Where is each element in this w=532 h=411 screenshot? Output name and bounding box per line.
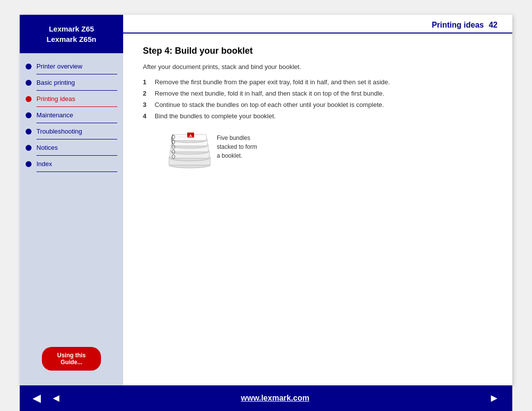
step-1-num: 1 bbox=[143, 78, 151, 86]
sidebar-item-troubleshooting[interactable]: Troubleshooting bbox=[20, 123, 123, 137]
using-guide-button[interactable]: Using thisGuide... bbox=[42, 347, 101, 371]
next-arrow-button[interactable]: ► bbox=[486, 392, 502, 405]
nav-dot bbox=[26, 161, 32, 167]
sidebar-item-notices[interactable]: Notices bbox=[20, 139, 123, 153]
page-frame: Lexmark Z65 Lexmark Z65n Printer overvie… bbox=[0, 0, 532, 411]
nav-underline bbox=[36, 171, 117, 172]
sidebar-nav: Printer overview Basic printing Printing… bbox=[20, 53, 123, 337]
nav-label-maintenance: Maintenance bbox=[36, 111, 73, 119]
step-4: 4 Bind the bundles to complete your book… bbox=[143, 112, 493, 120]
step-3-num: 3 bbox=[143, 101, 151, 108]
nav-dot-active bbox=[26, 96, 32, 102]
nav-arrows-right: ► bbox=[486, 392, 502, 405]
main-header: Printing ideas 42 bbox=[123, 15, 512, 34]
step-3-text: Continue to stack the bundles on top of … bbox=[155, 101, 384, 108]
nav-label-printer-overview: Printer overview bbox=[36, 63, 82, 70]
nav-label-printing-ideas: Printing ideas bbox=[36, 95, 75, 103]
nav-dot bbox=[26, 129, 32, 135]
nav-dot bbox=[26, 80, 32, 86]
nav-label-notices: Notices bbox=[36, 144, 58, 151]
nav-dot bbox=[26, 64, 32, 69]
prev-arrow-button[interactable]: ◀ bbox=[30, 392, 44, 405]
sidebar-item-printing-ideas[interactable]: Printing ideas bbox=[20, 91, 123, 104]
nav-dot bbox=[26, 112, 32, 118]
website-url[interactable]: www.lexmark.com bbox=[241, 394, 309, 403]
step-2-num: 2 bbox=[143, 90, 151, 97]
step-title: Step 4: Build your booklet bbox=[143, 46, 493, 56]
booklet-illustration: A bbox=[163, 130, 217, 169]
step-1-text: Remove the first bundle from the paper e… bbox=[155, 78, 390, 86]
nav-dot bbox=[26, 145, 32, 151]
sidebar-title-line1: Lexmark Z65 bbox=[25, 24, 118, 34]
step-4-text: Bind the bundles to complete your bookle… bbox=[155, 112, 276, 120]
sidebar-title-line2: Lexmark Z65n bbox=[25, 34, 118, 44]
sidebar-item-basic-printing[interactable]: Basic printing bbox=[20, 74, 123, 88]
sidebar-header: Lexmark Z65 Lexmark Z65n bbox=[20, 15, 123, 53]
sidebar-item-maintenance[interactable]: Maintenance bbox=[20, 107, 123, 121]
bottom-bar: ◀ ◄ www.lexmark.com ► bbox=[20, 385, 512, 411]
back-arrow-button[interactable]: ◄ bbox=[48, 392, 65, 405]
illustration-area: A Five bundlesstacked to forma booklet. bbox=[163, 130, 493, 169]
page-number: 42 bbox=[489, 21, 498, 30]
main-body: Step 4: Build your booklet After your do… bbox=[123, 34, 512, 385]
nav-label-troubleshooting: Troubleshooting bbox=[36, 128, 82, 135]
step-2: 2 Remove the next bundle, fold it in hal… bbox=[143, 90, 493, 97]
sidebar-item-index[interactable]: Index bbox=[20, 156, 123, 170]
nav-label-basic-printing: Basic printing bbox=[36, 79, 75, 86]
steps-list: 1 Remove the first bundle from the paper… bbox=[143, 78, 493, 120]
step-3: 3 Continue to stack the bundles on top o… bbox=[143, 101, 493, 108]
step-1: 1 Remove the first bundle from the paper… bbox=[143, 78, 493, 86]
step-2-text: Remove the next bundle, fold it in half,… bbox=[155, 90, 384, 97]
main-content: Printing ideas 42 Step 4: Build your boo… bbox=[123, 15, 512, 385]
svg-text:A: A bbox=[189, 134, 192, 138]
nav-label-index: Index bbox=[36, 160, 52, 168]
illustration-caption: Five bundlesstacked to forma booklet. bbox=[217, 130, 257, 160]
content-wrapper: Lexmark Z65 Lexmark Z65n Printer overvie… bbox=[20, 15, 512, 385]
intro-text: After your document prints, stack and bi… bbox=[143, 63, 493, 70]
sidebar-item-printer-overview[interactable]: Printer overview bbox=[20, 58, 123, 72]
step-4-num: 4 bbox=[143, 112, 151, 120]
sidebar: Lexmark Z65 Lexmark Z65n Printer overvie… bbox=[20, 15, 123, 385]
sidebar-footer: Using thisGuide... bbox=[20, 337, 123, 385]
caption-text: Five bundlesstacked to forma booklet. bbox=[217, 135, 257, 159]
page-title: Printing ideas bbox=[432, 21, 484, 30]
nav-arrows-left: ◀ ◄ bbox=[30, 392, 65, 405]
